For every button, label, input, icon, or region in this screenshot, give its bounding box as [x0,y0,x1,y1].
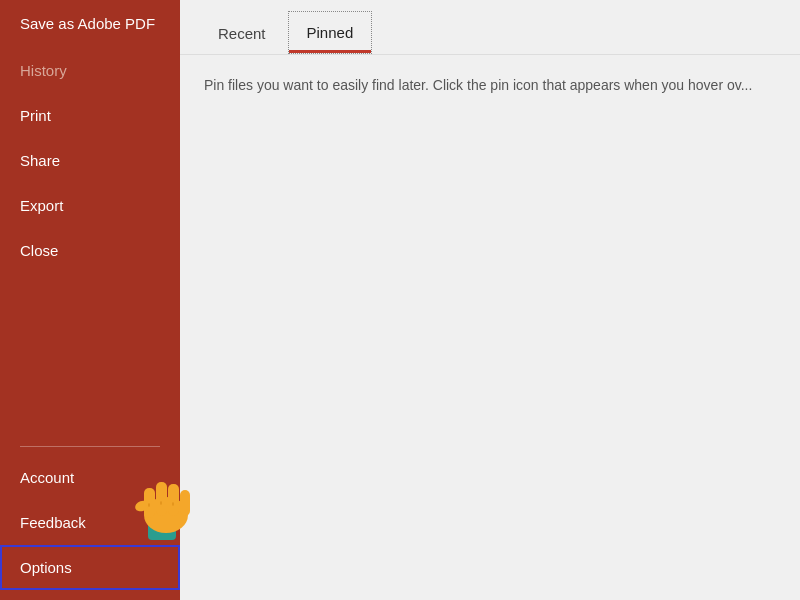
sidebar-bottom: Account Feedback Options [0,438,180,600]
sidebar-divider [20,446,160,447]
sidebar-top: Save as Adobe PDF History Print Share Ex… [0,0,180,438]
pin-description: Pin files you want to easily find later.… [204,75,776,96]
sidebar-item-save-as-pdf[interactable]: Save as Adobe PDF [0,0,180,48]
sidebar-item-options[interactable]: Options [0,545,180,590]
sidebar-item-account[interactable]: Account [0,455,180,500]
sidebar-item-print[interactable]: Print [0,93,180,138]
main-content: Recent Pinned Pin files you want to easi… [180,0,800,600]
sidebar-item-feedback[interactable]: Feedback [0,500,180,545]
main-body: Pin files you want to easily find later.… [180,55,800,600]
sidebar: Save as Adobe PDF History Print Share Ex… [0,0,180,600]
sidebar-item-export[interactable]: Export [0,183,180,228]
sidebar-item-history[interactable]: History [0,48,180,93]
sidebar-item-share[interactable]: Share [0,138,180,183]
tab-pinned[interactable]: Pinned [288,11,373,54]
tab-recent[interactable]: Recent [200,13,284,54]
sidebar-item-close[interactable]: Close [0,228,180,273]
tabs-bar: Recent Pinned [180,0,800,55]
